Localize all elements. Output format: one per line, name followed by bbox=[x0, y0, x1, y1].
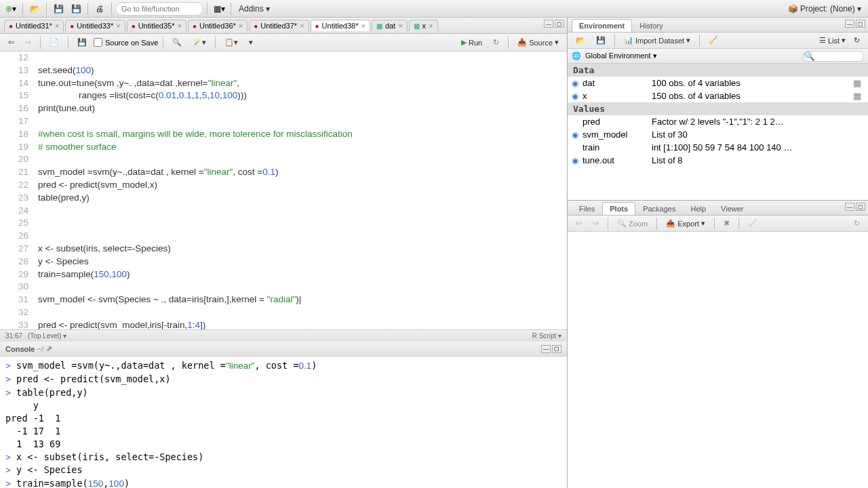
minimize-pane-button[interactable]: — bbox=[544, 20, 553, 28]
main-toolbar: ⊕▾ 📂 💾 💾 🖨 ▦▾ Addins ▾ 📦 Project: (None)… bbox=[0, 0, 868, 18]
console-min-button[interactable]: — bbox=[541, 345, 551, 353]
env-row[interactable]: trainint [1:100] 50 59 7 54 84 100 140 … bbox=[568, 141, 868, 154]
env-row[interactable]: ◉x150 obs. of 4 variables▦ bbox=[568, 89, 868, 102]
plots-tab-bar: Files Plots Packages Help Viewer — ▢ bbox=[568, 201, 868, 216]
tab-help[interactable]: Help bbox=[683, 202, 713, 215]
env-row[interactable]: ◉svm_modelList of 30 bbox=[568, 128, 868, 141]
wand-button[interactable]: 🪄▾ bbox=[189, 37, 210, 48]
refresh-env-button[interactable]: ↻ bbox=[850, 35, 864, 46]
close-icon[interactable]: × bbox=[178, 22, 182, 30]
close-icon[interactable]: × bbox=[116, 22, 120, 30]
grid-icon[interactable]: ▦ bbox=[853, 78, 864, 88]
maximize-pane-button[interactable]: ▢ bbox=[555, 20, 564, 28]
env-row[interactable]: ◉dat100 obs. of 4 variables▦ bbox=[568, 77, 868, 89]
file-tab[interactable]: ▦x× bbox=[409, 20, 438, 31]
scope-label[interactable]: (Top Level) ▾ bbox=[28, 332, 66, 340]
tab-files[interactable]: Files bbox=[572, 202, 602, 215]
tab-history[interactable]: History bbox=[632, 19, 670, 32]
tab-environment[interactable]: Environment bbox=[572, 19, 632, 32]
env-min-button[interactable]: — bbox=[845, 20, 854, 28]
addins-menu[interactable]: Addins ▾ bbox=[235, 4, 274, 14]
goto-input[interactable] bbox=[115, 2, 203, 16]
close-icon[interactable]: × bbox=[361, 22, 365, 30]
remove-plot-button[interactable]: ✖ bbox=[719, 218, 734, 229]
find-button[interactable]: 🔍 bbox=[168, 37, 186, 48]
save-workspace-button[interactable]: 💾 bbox=[592, 35, 610, 46]
expand-icon[interactable]: ◉ bbox=[572, 79, 583, 88]
run-button[interactable]: ▶ Run bbox=[457, 37, 486, 48]
load-workspace-button[interactable]: 📂 bbox=[572, 35, 589, 46]
print-button[interactable]: 🖨 bbox=[92, 2, 108, 16]
close-icon[interactable]: × bbox=[429, 22, 433, 30]
grid-icon[interactable]: ▦ bbox=[853, 91, 864, 101]
report-button[interactable]: 📋▾ bbox=[220, 37, 242, 48]
rscript-icon: ● bbox=[315, 22, 319, 30]
tools-button[interactable]: ▦▾ bbox=[211, 2, 227, 16]
code-editor[interactable]: 12 13 14 15 16 17 18 19 20 21 22 23 24 2… bbox=[0, 52, 567, 329]
env-var-name: x bbox=[583, 91, 652, 101]
save-button[interactable]: 💾 bbox=[50, 2, 66, 16]
rscript-icon: ● bbox=[193, 22, 197, 30]
save-doc-button[interactable]: 💾 bbox=[73, 37, 91, 48]
editor-tab-bar: ●Untitled31*×●Untitled33*×●Untitled35*×●… bbox=[0, 18, 567, 34]
expand-icon[interactable]: ◉ bbox=[572, 156, 583, 165]
open-file-button[interactable]: 📂 bbox=[26, 2, 43, 16]
env-var-value: Factor w/ 2 levels "-1","1": 2 1 2… bbox=[652, 117, 853, 127]
plots-max-button[interactable]: ▢ bbox=[856, 203, 865, 211]
file-tab[interactable]: ●Untitled33*× bbox=[65, 20, 125, 31]
close-icon[interactable]: × bbox=[300, 22, 304, 30]
file-tab[interactable]: ●Untitled37*× bbox=[249, 20, 309, 31]
globe-icon: 🌐 bbox=[572, 52, 581, 60]
file-tab[interactable]: ▦dat× bbox=[372, 20, 408, 31]
env-max-button[interactable]: ▢ bbox=[856, 20, 865, 28]
console[interactable]: > svm_model =svm(y~.,data=dat , kernel =… bbox=[0, 357, 567, 488]
env-row[interactable]: predFactor w/ 2 levels "-1","1": 2 1 2… bbox=[568, 115, 868, 128]
close-icon[interactable]: × bbox=[55, 22, 59, 30]
clear-workspace-button[interactable]: 🧹 bbox=[705, 35, 722, 46]
console-max-button[interactable]: ▢ bbox=[552, 345, 561, 353]
save-all-button[interactable]: 💾 bbox=[68, 2, 84, 16]
file-tab[interactable]: ●Untitled36*× bbox=[188, 20, 248, 31]
env-search-input[interactable] bbox=[803, 51, 864, 62]
zoom-button[interactable]: 🔍 Zoom bbox=[613, 218, 652, 229]
refresh-plots-button[interactable]: ↻ bbox=[850, 218, 864, 229]
more-button[interactable]: ▾ bbox=[245, 37, 257, 48]
forward-button[interactable]: ⇨ bbox=[21, 37, 35, 48]
new-file-button[interactable]: ⊕▾ bbox=[3, 2, 19, 16]
close-icon[interactable]: × bbox=[239, 22, 243, 30]
plots-min-button[interactable]: — bbox=[845, 203, 854, 211]
tab-plots[interactable]: Plots bbox=[602, 202, 635, 215]
tab-viewer[interactable]: Viewer bbox=[713, 202, 751, 215]
rerun-button[interactable]: ↻ bbox=[489, 37, 503, 48]
view-mode-button[interactable]: ☰ List ▾ bbox=[815, 35, 850, 46]
env-var-name: dat bbox=[583, 78, 652, 88]
env-row[interactable]: ◉tune.outList of 8 bbox=[568, 154, 868, 167]
expand-icon[interactable]: ◉ bbox=[572, 92, 583, 101]
environment-list: Data◉dat100 obs. of 4 variables▦◉x150 ob… bbox=[568, 64, 868, 200]
export-button[interactable]: 📤 Export ▾ bbox=[662, 218, 709, 229]
scope-select[interactable]: Global Environment ▾ bbox=[585, 52, 657, 60]
file-tab[interactable]: ●Untitled31*× bbox=[4, 20, 64, 31]
file-tab[interactable]: ●Untitled35*× bbox=[127, 20, 186, 31]
env-tab-bar: Environment History — ▢ bbox=[568, 18, 868, 33]
rscript-icon: ● bbox=[9, 22, 13, 30]
clear-plots-button[interactable]: 🧹 bbox=[744, 218, 762, 229]
expand-icon[interactable]: ◉ bbox=[572, 130, 583, 140]
tab-label: Untitled35* bbox=[138, 22, 175, 30]
env-section-header: Data bbox=[568, 64, 868, 77]
close-icon[interactable]: × bbox=[398, 22, 402, 30]
tab-packages[interactable]: Packages bbox=[635, 202, 683, 215]
source-button[interactable]: 📥 Source ▾ bbox=[513, 37, 563, 48]
project-menu[interactable]: 📦 Project: (None) ▾ bbox=[784, 4, 865, 14]
plot-prev-button[interactable]: ⇦ bbox=[572, 218, 586, 229]
import-dataset-button[interactable]: 📊 Import Dataset ▾ bbox=[620, 35, 694, 46]
plot-next-button[interactable]: ⇨ bbox=[589, 218, 603, 229]
show-in-pane-button[interactable]: 📄 bbox=[45, 37, 63, 48]
env-var-value: 100 obs. of 4 variables bbox=[652, 78, 853, 88]
env-toolbar: 📂 💾 📊 Import Dataset ▾ 🧹 ☰ List ▾ ↻ bbox=[568, 33, 868, 49]
lang-label[interactable]: R Script ▾ bbox=[532, 332, 561, 340]
source-on-save-checkbox[interactable]: Source on Save bbox=[94, 38, 158, 47]
env-var-name: train bbox=[583, 142, 652, 152]
back-button[interactable]: ⇦ bbox=[4, 37, 18, 48]
file-tab[interactable]: ●Untitled38*× bbox=[311, 20, 370, 31]
